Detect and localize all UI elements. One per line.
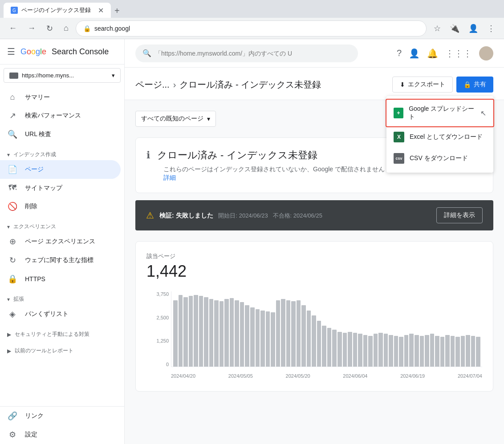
search-input[interactable]: [155, 50, 351, 57]
sidebar-item-https-label: HTTPS: [25, 275, 45, 283]
nav-previous-section: ▶ 以前のツールとレポート: [0, 342, 124, 358]
sidebar-item-removals[interactable]: 🚫 削除: [0, 197, 121, 216]
forward-btn[interactable]: →: [24, 22, 39, 35]
bar-item: [384, 334, 388, 367]
sidebar-item-links[interactable]: 🔗 リンク: [0, 407, 121, 425]
star-btn[interactable]: ☆: [430, 22, 444, 35]
dropdown-item-excel[interactable]: X Excel としてダウンロード: [386, 126, 493, 148]
sidebar-item-web-vitals[interactable]: ↻ ウェブに関する主な指標: [0, 251, 121, 270]
accounts-btn[interactable]: 👤: [409, 48, 420, 59]
more-btn[interactable]: ⋮: [484, 22, 499, 35]
bar-item: [224, 299, 229, 367]
experience-section-collapse-icon[interactable]: ▾: [7, 224, 10, 230]
dropdown-item-sheets[interactable]: + Google スプレッドシート ↖: [386, 99, 494, 127]
bar-item: [322, 326, 326, 367]
security-section-collapse-icon[interactable]: ▶: [7, 331, 11, 338]
browser-toolbar: ← → ↻ ⌂ 🔒 search.googl ☆ 🔌 👤 ⋮: [0, 18, 504, 39]
property-dropdown-icon: ▾: [112, 72, 115, 79]
sidebar: ☰ Google Search Console https://home.myn…: [0, 39, 125, 444]
x-label-0: 2024/04/20: [171, 373, 195, 379]
property-name: https://home.myns...: [22, 72, 108, 79]
breadcrumbs-icon: ◈: [7, 309, 18, 319]
user-avatar[interactable]: [479, 46, 493, 61]
sidebar-item-summary[interactable]: ⌂ サマリー: [0, 88, 121, 106]
bar-item: [332, 330, 337, 367]
bar-item: [250, 307, 255, 367]
previous-section-collapse-icon[interactable]: ▶: [7, 348, 11, 354]
sidebar-item-performance[interactable]: ↗ 検索パフォーマンス: [0, 106, 121, 125]
filter-dropdown-icon: ▾: [207, 115, 210, 122]
bar-item: [430, 334, 435, 367]
bar-item: [286, 300, 291, 367]
back-btn[interactable]: ←: [5, 22, 20, 35]
extension-section-collapse-icon[interactable]: ▾: [7, 296, 10, 303]
x-label-1: 2024/05/05: [228, 373, 253, 379]
x-label-3: 2024/06/04: [343, 373, 367, 379]
verify-dates: 開始日: 2024/06/23 不合格: 2024/06/25: [218, 212, 322, 219]
property-selector[interactable]: https://home.myns... ▾: [4, 68, 121, 83]
sidebar-item-page-experience[interactable]: ⊕ ページ エクスペリエンス: [0, 232, 121, 251]
bar-item: [409, 334, 414, 367]
export-btn[interactable]: ⬇ エクスポート: [392, 77, 453, 93]
chart-bars: [171, 291, 482, 367]
nav-experience-section: ▾ エクスペリエンス ⊕ ページ エクスペリエンス ↻ ウェブに関する主な指標 …: [0, 218, 124, 290]
tab-favicon: G: [11, 7, 18, 14]
help-btn[interactable]: ?: [397, 48, 402, 58]
verify-text-block: 検証: 失敗しました 開始日: 2024/06/23 不合格: 2024/06/…: [159, 211, 322, 220]
url-inspection-icon: 🔍: [7, 129, 18, 139]
sidebar-item-links-label: リンク: [25, 412, 44, 420]
share-btn[interactable]: 🔒 共有: [456, 77, 493, 93]
breadcrumb-current: クロール済み - インデックス未登録: [179, 79, 321, 91]
bar-item: [399, 337, 403, 367]
bar-item: [281, 299, 285, 367]
bar-item: [404, 335, 409, 367]
bar-item: [266, 311, 270, 367]
bar-item: [183, 297, 188, 367]
y-axis: 3,750 2,500 1,250 0: [146, 291, 169, 367]
sidebar-item-pages[interactable]: 📄 ページ: [0, 160, 121, 179]
bar-item: [209, 299, 214, 367]
sidebar-item-settings[interactable]: ⚙ 設定: [0, 425, 121, 444]
chart-label: 該当ページ: [146, 252, 482, 260]
browser-actions: ☆ 🔌 👤 ⋮: [430, 22, 499, 35]
tab-close-btn[interactable]: ✕: [98, 6, 104, 15]
bar-item: [440, 337, 445, 367]
x-axis: 2024/04/20 2024/05/05 2024/05/20 2024/06…: [171, 371, 482, 380]
sidebar-header: ☰ Google Search Console: [0, 39, 124, 65]
notifications-btn[interactable]: 🔔: [427, 48, 438, 59]
sidebar-item-url-inspection[interactable]: 🔍 URL 検査: [0, 125, 121, 144]
reload-btn[interactable]: ↻: [43, 22, 57, 35]
hamburger-menu-btn[interactable]: ☰: [7, 46, 15, 57]
bar-item: [445, 335, 450, 367]
dropdown-item-csv[interactable]: csv CSV をダウンロード: [386, 148, 493, 169]
extensions-btn[interactable]: 🔌: [446, 22, 463, 35]
sidebar-item-sitemaps[interactable]: 🗺 サイトマップ: [0, 179, 121, 197]
verify-details-btn[interactable]: 詳細を表示: [436, 207, 483, 223]
index-section-collapse-icon[interactable]: ▾: [7, 152, 10, 158]
address-bar[interactable]: 🔒 search.googl: [76, 20, 427, 36]
bar-item: [297, 300, 301, 367]
address-lock-icon: 🔒: [83, 25, 91, 32]
browser-chrome: G ページのインデックス登録 ✕ + ← → ↻ ⌂ 🔒 search.goog…: [0, 0, 504, 39]
bar-item: [276, 300, 280, 367]
nav-extension-section: ▾ 拡張 ◈ パンくずリスト: [0, 290, 124, 325]
bar-item: [291, 301, 296, 367]
apps-btn[interactable]: ⋮⋮⋮: [445, 48, 472, 59]
active-tab[interactable]: G ページのインデックス登録 ✕: [4, 3, 111, 18]
search-box[interactable]: 🔍: [135, 44, 358, 62]
main-content: 🔍 ? 👤 🔔 ⋮⋮⋮ ページ... › クロール済み - インデックス未登録 …: [125, 39, 504, 444]
summary-icon: ⌂: [7, 93, 18, 102]
x-label-4: 2024/06/19: [400, 373, 425, 379]
home-btn[interactable]: ⌂: [60, 22, 72, 35]
sidebar-item-breadcrumbs[interactable]: ◈ パンくずリスト: [0, 305, 121, 323]
info-detail-link[interactable]: 詳細: [163, 174, 176, 181]
filter-select[interactable]: すべての既知のページ ▾: [135, 111, 216, 127]
bar-item: [199, 296, 203, 367]
verify-status-text: 検証: 失敗しました: [159, 212, 215, 219]
sidebar-item-https[interactable]: 🔒 HTTPS: [0, 270, 121, 288]
page-experience-icon: ⊕: [7, 237, 18, 246]
info-icon: ℹ: [146, 149, 150, 161]
new-tab-btn[interactable]: +: [111, 4, 123, 18]
profile-btn[interactable]: 👤: [465, 22, 482, 35]
security-section-label: セキュリティと手動による対策: [15, 331, 89, 338]
